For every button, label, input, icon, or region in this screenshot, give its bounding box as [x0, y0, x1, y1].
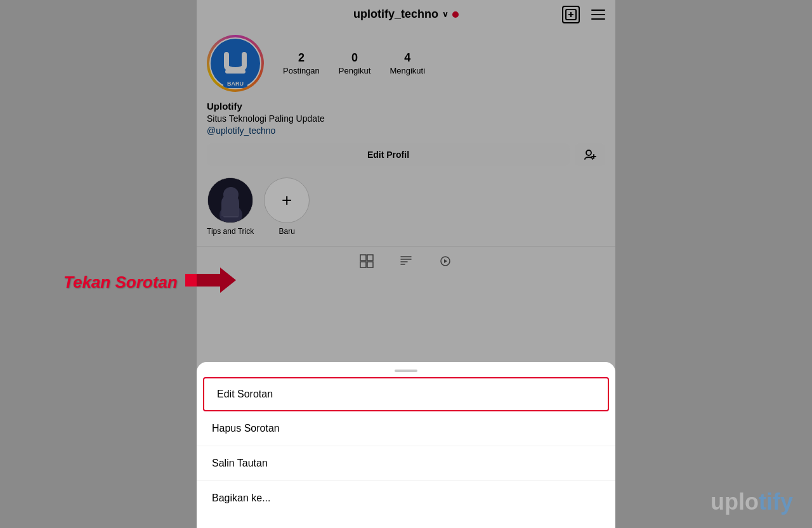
sheet-item-edit-sorotan[interactable]: Edit Sorotan	[203, 377, 609, 411]
sheet-item-bagikan[interactable]: Bagikan ke...	[197, 481, 615, 515]
sheet-handle	[395, 370, 417, 372]
phone-screen: uplotify_techno ∨	[197, 0, 615, 528]
sheet-item-salin-tautan[interactable]: Salin Tautan	[197, 446, 615, 481]
annotation-text: Tekan Sorotan	[63, 273, 178, 292]
bottom-sheet: Edit Sorotan Hapus Sorotan Salin Tautan …	[197, 362, 615, 528]
sheet-item-hapus-sorotan[interactable]: Hapus Sorotan	[197, 411, 615, 446]
